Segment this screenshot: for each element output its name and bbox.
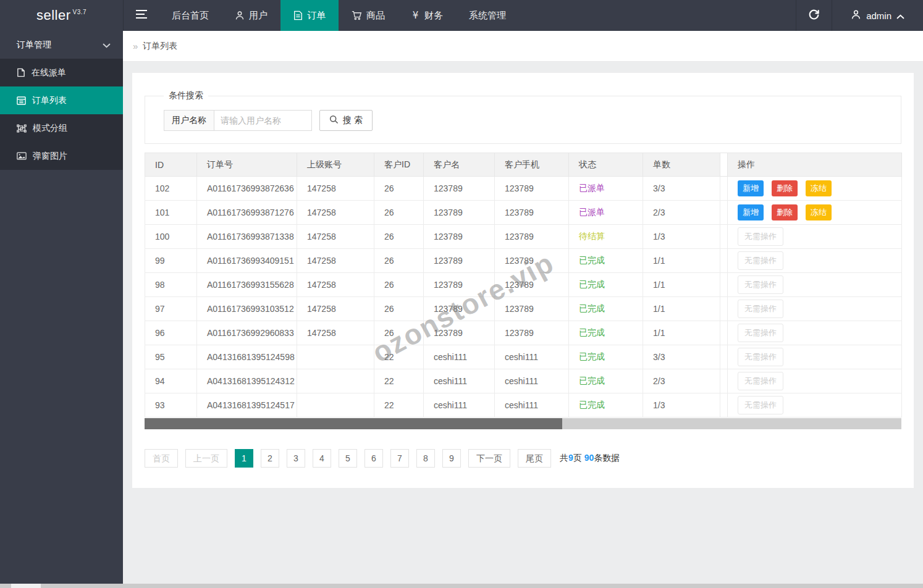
menu-toggle-button[interactable] xyxy=(123,0,159,31)
delete-button[interactable]: 删除 xyxy=(772,180,798,196)
cell-customer_name: ceshi111 xyxy=(424,345,495,369)
sidebar-item-label: 弹窗图片 xyxy=(33,151,67,162)
freeze-button[interactable]: 冻结 xyxy=(806,180,832,196)
file-icon xyxy=(17,68,25,77)
nav-item-4[interactable]: ¥财务 xyxy=(398,0,456,31)
add-button[interactable]: 新增 xyxy=(738,204,764,220)
cell-parent: 147258 xyxy=(297,177,374,201)
summary-prefix: 共 xyxy=(560,453,568,463)
content: 条件搜索 用户名称 搜 索 xyxy=(123,62,923,488)
nav-item-label: 订单 xyxy=(307,10,326,22)
column-spacer xyxy=(720,321,728,345)
page-button-2[interactable]: 2 xyxy=(261,449,279,468)
cell-count: 2/3 xyxy=(643,369,720,393)
sidebar: 订单管理 在线派单订单列表模式分组弹窗图片 xyxy=(0,31,123,588)
app-name: seller xyxy=(36,7,71,23)
refresh-button[interactable] xyxy=(796,0,832,31)
cell-status: 已完成 xyxy=(569,273,643,297)
top-navbar: sellerV3.7 后台首页用户订单商品¥财务系统管理 admin xyxy=(0,0,923,31)
search-button[interactable]: 搜 索 xyxy=(319,110,373,131)
cell-customer_phone: 123789 xyxy=(495,297,569,321)
nav-item-0[interactable]: 后台首页 xyxy=(159,0,222,31)
page-button-7[interactable]: 7 xyxy=(390,449,409,468)
cell-customer_id: 26 xyxy=(374,177,424,201)
page-button-5[interactable]: 5 xyxy=(339,449,357,468)
table-scrollbar-thumb[interactable] xyxy=(145,418,562,429)
nav-item-label: 商品 xyxy=(366,10,385,22)
freeze-button[interactable]: 冻结 xyxy=(806,204,832,220)
table-horizontal-scrollbar[interactable] xyxy=(145,418,901,429)
cell-order_no: A01161736993155628 xyxy=(197,273,297,297)
column-spacer xyxy=(720,369,728,393)
cell-actions: 新增删除冻结 xyxy=(728,177,902,201)
add-button[interactable]: 新增 xyxy=(738,180,764,196)
cell-parent: 147258 xyxy=(297,273,374,297)
cell-order_no: A04131681395124598 xyxy=(197,345,297,369)
cell-actions: 新增删除冻结 xyxy=(728,201,902,225)
page-button-9[interactable]: 9 xyxy=(442,449,461,468)
cell-parent: 147258 xyxy=(297,249,374,273)
breadcrumb: » 订单列表 xyxy=(123,31,923,62)
goods-icon xyxy=(352,10,362,20)
username-input[interactable] xyxy=(214,110,312,131)
sidebar-group-order-management[interactable]: 订单管理 xyxy=(0,31,123,59)
no-action-button: 无需操作 xyxy=(738,251,783,270)
cell-id: 95 xyxy=(145,345,197,369)
search-row: 用户名称 搜 索 xyxy=(164,110,891,131)
cell-parent: 147258 xyxy=(297,297,374,321)
page-title: 订单列表 xyxy=(143,41,177,52)
window-horizontal-scrollbar[interactable] xyxy=(0,584,923,588)
sidebar-item-3[interactable]: 弹窗图片 xyxy=(0,142,123,170)
app-logo: sellerV3.7 xyxy=(0,0,123,31)
nav-item-2[interactable]: 订单 xyxy=(280,0,339,31)
cell-count: 1/1 xyxy=(643,321,720,345)
no-action-button: 无需操作 xyxy=(738,275,783,294)
next-page-button[interactable]: 下一页 xyxy=(468,449,510,468)
page-button-6[interactable]: 6 xyxy=(365,449,383,468)
refresh-icon xyxy=(808,9,820,23)
cell-id: 100 xyxy=(145,225,197,249)
sidebar-items: 在线派单订单列表模式分组弹窗图片 xyxy=(0,59,123,170)
cell-actions: 无需操作 xyxy=(728,321,902,345)
page-button-1[interactable]: 1 xyxy=(235,449,253,468)
window-scrollbar-thumb[interactable] xyxy=(11,584,41,588)
cell-status: 已完成 xyxy=(569,393,643,418)
cell-id: 93 xyxy=(145,393,197,418)
no-action-button: 无需操作 xyxy=(738,300,783,318)
nav-item-5[interactable]: 系统管理 xyxy=(456,0,519,31)
cell-actions: 无需操作 xyxy=(728,273,902,297)
cell-customer_phone: 123789 xyxy=(495,273,569,297)
nav-item-3[interactable]: 商品 xyxy=(339,0,398,31)
nav-item-label: 后台首页 xyxy=(172,10,209,22)
page-button-4[interactable]: 4 xyxy=(313,449,331,468)
finance-icon: ¥ xyxy=(411,10,420,20)
column-header-0: ID xyxy=(145,153,197,177)
cell-count: 1/1 xyxy=(643,249,720,273)
last-page-button[interactable]: 尾页 xyxy=(518,449,551,468)
sidebar-item-2[interactable]: 模式分组 xyxy=(0,114,123,142)
cell-actions: 无需操作 xyxy=(728,369,902,393)
sidebar-item-1[interactable]: 订单列表 xyxy=(0,86,123,114)
page-button-3[interactable]: 3 xyxy=(287,449,305,468)
page-button-8[interactable]: 8 xyxy=(416,449,435,468)
column-header-3: 客户ID xyxy=(374,153,424,177)
table-row: 102A011617369938726361472582612378912378… xyxy=(145,177,902,201)
sidebar-item-0[interactable]: 在线派单 xyxy=(0,59,123,86)
cell-customer_name: 123789 xyxy=(424,249,495,273)
cell-id: 96 xyxy=(145,321,197,345)
table-row: 100A011617369938713381472582612378912378… xyxy=(145,225,902,249)
user-menu[interactable]: admin xyxy=(832,0,923,31)
delete-button[interactable]: 删除 xyxy=(772,204,798,220)
cell-parent xyxy=(297,369,374,393)
sidebar-group-label: 订单管理 xyxy=(17,40,51,51)
cell-status: 已派单 xyxy=(569,201,643,225)
summary-suffix: 条数据 xyxy=(594,453,620,463)
no-action-button: 无需操作 xyxy=(738,372,783,390)
cell-id: 94 xyxy=(145,369,197,393)
cell-actions: 无需操作 xyxy=(728,393,902,418)
nav-item-1[interactable]: 用户 xyxy=(222,0,280,31)
column-header-4: 客户名 xyxy=(424,153,495,177)
user-name: admin xyxy=(866,10,891,21)
cell-customer_id: 26 xyxy=(374,321,424,345)
no-action-button: 无需操作 xyxy=(738,324,783,342)
